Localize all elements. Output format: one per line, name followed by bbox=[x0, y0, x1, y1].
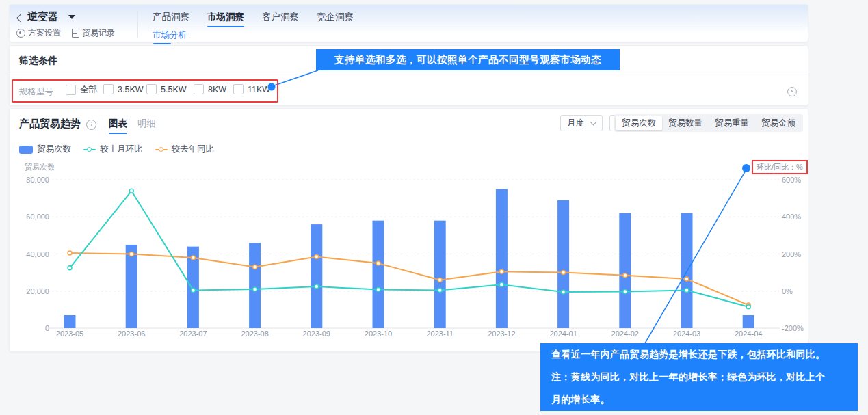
plan-settings-link[interactable]: 方案设置 bbox=[16, 27, 61, 39]
metric-switcher: 贸易次数 贸易数量 贸易重量 贸易金额 bbox=[614, 114, 803, 132]
view-tab-detail[interactable]: 明细 bbox=[137, 118, 156, 130]
caret-down-icon[interactable] bbox=[68, 15, 75, 19]
period-select-value: 月度 bbox=[567, 118, 584, 129]
info-icon[interactable]: i bbox=[86, 120, 96, 130]
collapse-filter-icon[interactable] bbox=[787, 87, 797, 96]
checkbox-3-5kw[interactable]: 3.5KW bbox=[103, 84, 144, 94]
checkbox-label: 11KW bbox=[248, 85, 270, 94]
metric-trade-weight[interactable]: 贸易重量 bbox=[709, 116, 755, 130]
document-icon bbox=[72, 29, 79, 38]
trade-records-link[interactable]: 贸易记录 bbox=[72, 27, 115, 39]
checkbox-label: 5.5KW bbox=[161, 85, 187, 94]
view-tab-chart[interactable]: 图表 bbox=[109, 118, 127, 130]
checkbox-icon[interactable] bbox=[66, 85, 76, 95]
checkbox-11kw[interactable]: 11KW bbox=[233, 84, 270, 94]
metric-trade-amount[interactable]: 贸易金额 bbox=[755, 116, 802, 130]
trend-tip-callout: 查看近一年内产品贸易趋势是增长还是下跌，包括环比和同比。 注：黄线为同比，对比上… bbox=[540, 343, 858, 411]
checkbox-all[interactable]: 全部 bbox=[66, 84, 97, 96]
checkbox-5-5kw[interactable]: 5.5KW bbox=[146, 84, 187, 94]
chevron-down-icon bbox=[590, 119, 597, 126]
header-bar: 逆变器 方案设置 贸易记录 产品洞察 市场洞察 客户洞察 竞企洞察 市场分析 bbox=[9, 4, 808, 42]
back-icon[interactable] bbox=[16, 14, 25, 23]
legend-yoy[interactable]: 较去年同比 bbox=[155, 144, 215, 155]
main-tabs: 产品洞察 市场洞察 客户洞察 竞企洞察 bbox=[153, 8, 802, 27]
trade-records-label: 贸易记录 bbox=[82, 27, 115, 39]
checkbox-icon[interactable] bbox=[103, 84, 114, 94]
tab-product-insight[interactable]: 产品洞察 bbox=[153, 8, 189, 27]
filter-tip-callout: 支持单选和多选，可以按照单个产品不同型号观察市场动态 bbox=[316, 49, 620, 70]
legend-label: 贸易次数 bbox=[37, 144, 71, 155]
checkbox-label: 全部 bbox=[80, 84, 97, 96]
spec-model-label: 规格型号 bbox=[19, 86, 53, 98]
filter-section-title: 筛选条件 bbox=[19, 55, 57, 67]
chart-legend: 贸易次数 较上月环比 较去年同比 bbox=[19, 144, 214, 155]
checkbox-icon[interactable] bbox=[146, 84, 157, 94]
subtab-market-analysis[interactable]: 市场分析 bbox=[153, 29, 187, 41]
market-insight-page: 逆变器 方案设置 贸易记录 产品洞察 市场洞察 客户洞察 竞企洞察 市场分析 筛… bbox=[0, 0, 868, 415]
trend-title: 产品贸易趋势 bbox=[19, 118, 81, 131]
legend-mom[interactable]: 较上月环比 bbox=[83, 144, 143, 155]
line-swatch-icon bbox=[83, 149, 96, 150]
header-divider bbox=[137, 9, 138, 38]
product-title[interactable]: 逆变器 bbox=[27, 10, 58, 23]
header-subnav: 方案设置 贸易记录 bbox=[16, 27, 115, 39]
tab-customer-insight[interactable]: 客户洞察 bbox=[262, 8, 299, 27]
trend-tip-line: 查看近一年内产品贸易趋势是增长还是下跌，包括环比和同比。 bbox=[551, 343, 847, 366]
legend-label: 较上月环比 bbox=[100, 144, 143, 155]
right-axis-note: 环比/同比：% bbox=[752, 160, 808, 174]
checkbox-8kw[interactable]: 8KW bbox=[194, 84, 226, 94]
metric-trade-quantity[interactable]: 贸易数量 bbox=[662, 116, 709, 130]
period-select[interactable]: 月度 bbox=[560, 115, 603, 131]
divider bbox=[101, 118, 101, 131]
metric-trade-count[interactable]: 贸易次数 bbox=[616, 116, 662, 130]
divider bbox=[10, 72, 808, 72]
checkbox-label: 3.5KW bbox=[118, 85, 144, 94]
plan-settings-label: 方案设置 bbox=[28, 27, 61, 39]
tab-competitor-insight[interactable]: 竞企洞察 bbox=[317, 8, 354, 27]
trend-tip-line: 月的增长率。 bbox=[551, 388, 847, 411]
legend-label: 较去年同比 bbox=[172, 144, 215, 155]
checkbox-icon[interactable] bbox=[233, 84, 244, 94]
bar-swatch-icon bbox=[19, 146, 33, 154]
checkbox-label: 8KW bbox=[208, 85, 226, 94]
line-swatch-icon bbox=[155, 149, 168, 150]
trend-card: 产品贸易趋势 i 图表 明细 月度 近一年 贸易次数 贸易数量 贸易重量 贸易金… bbox=[9, 108, 808, 352]
checkbox-icon[interactable] bbox=[194, 84, 204, 94]
tab-market-insight[interactable]: 市场洞察 bbox=[207, 8, 244, 27]
target-icon bbox=[16, 29, 25, 38]
trend-tip-line: 注：黄线为同比，对比上一年的增长率；绿色为环比，对比上个 bbox=[551, 366, 847, 388]
legend-trade-count[interactable]: 贸易次数 bbox=[19, 144, 71, 155]
